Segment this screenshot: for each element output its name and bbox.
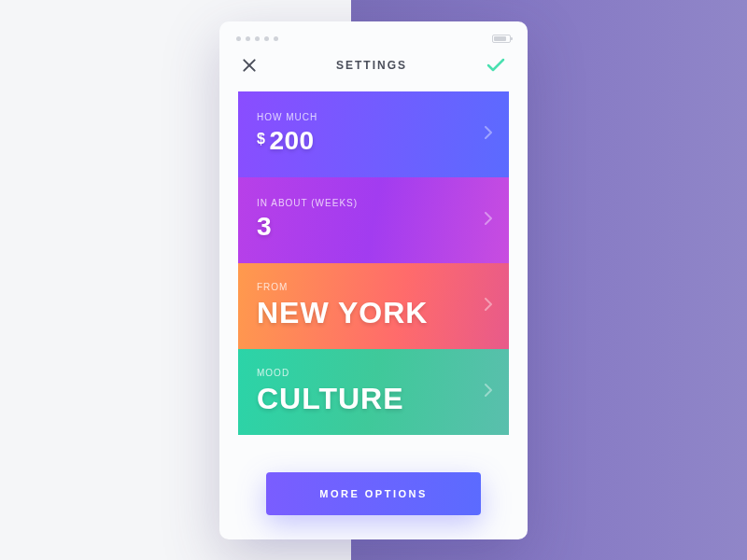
card-value: CULTURE xyxy=(257,382,490,416)
mood-card[interactable]: MOOD CULTURE xyxy=(238,349,509,435)
footer: MORE OPTIONS xyxy=(219,454,528,539)
card-value: 3 xyxy=(257,212,490,242)
card-label: MOOD xyxy=(257,368,490,378)
card-value: NEW YORK xyxy=(257,296,490,330)
card-label: FROM xyxy=(257,282,490,292)
settings-cards: HOW MUCH $200 IN ABOUT (WEEKS) 3 FROM NE… xyxy=(219,91,528,435)
duration-card[interactable]: IN ABOUT (WEEKS) 3 xyxy=(238,177,509,263)
chevron-right-icon xyxy=(485,298,492,315)
budget-card[interactable]: HOW MUCH $200 xyxy=(238,91,509,177)
chevron-right-icon xyxy=(485,126,492,143)
chevron-right-icon xyxy=(485,384,492,400)
card-label: IN ABOUT (WEEKS) xyxy=(257,198,490,208)
signal-dots-icon xyxy=(236,36,278,41)
close-icon[interactable] xyxy=(242,58,257,73)
confirm-icon[interactable] xyxy=(486,58,505,73)
origin-card[interactable]: FROM NEW YORK xyxy=(238,263,509,349)
battery-icon xyxy=(492,35,511,43)
chevron-right-icon xyxy=(485,212,492,229)
header: SETTINGS xyxy=(219,52,528,91)
settings-panel: SETTINGS HOW MUCH $200 IN ABOUT (WEEKS) … xyxy=(219,21,528,539)
card-value: $200 xyxy=(257,126,490,156)
status-bar xyxy=(219,35,528,52)
more-options-button[interactable]: MORE OPTIONS xyxy=(266,472,481,515)
page-title: SETTINGS xyxy=(336,59,407,72)
card-label: HOW MUCH xyxy=(257,112,490,122)
